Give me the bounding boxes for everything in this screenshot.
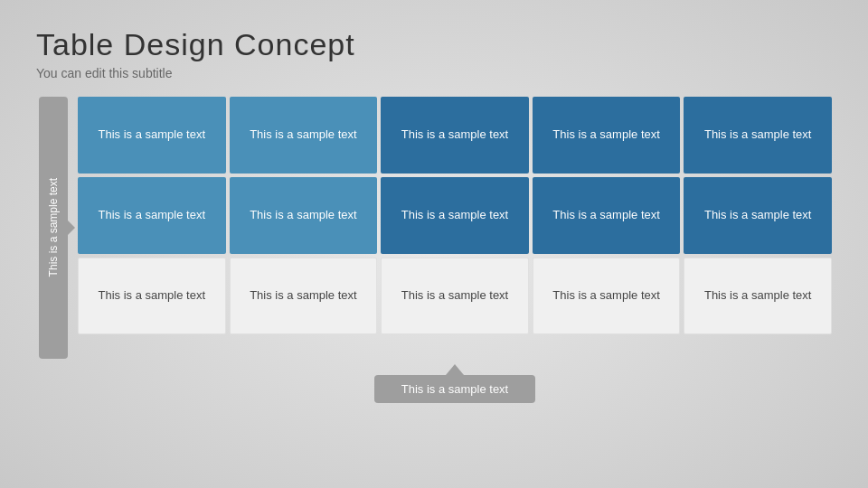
cell-r1-c1[interactable]: This is a sample text xyxy=(78,97,226,174)
cell-r3-c3[interactable]: This is a sample text xyxy=(381,258,529,334)
side-label-text: This is a sample text xyxy=(47,178,60,277)
cell-r3-c1[interactable]: This is a sample text xyxy=(78,258,226,334)
cell-r1-c2[interactable]: This is a sample text xyxy=(230,97,378,174)
cell-r3-c4[interactable]: This is a sample text xyxy=(533,258,681,334)
table-row-3: This is a sample text This is a sample t… xyxy=(78,258,832,334)
side-label-container: This is a sample text xyxy=(36,97,71,359)
cell-r1-c3[interactable]: This is a sample text xyxy=(381,97,529,174)
side-label-bg: This is a sample text xyxy=(39,97,68,359)
cell-r1-c5[interactable]: This is a sample text xyxy=(684,97,832,174)
table-wrapper: This is a sample text This is a sample t… xyxy=(78,97,832,359)
cell-r1-c4[interactable]: This is a sample text xyxy=(533,97,681,174)
cell-r3-c2[interactable]: This is a sample text xyxy=(230,258,378,334)
bottom-label-area: This is a sample text xyxy=(36,364,832,403)
bottom-label[interactable]: This is a sample text xyxy=(374,375,536,403)
table-row-1: This is a sample text This is a sample t… xyxy=(78,97,832,174)
cell-r2-c3[interactable]: This is a sample text xyxy=(381,177,529,254)
table-row-2: This is a sample text This is a sample t… xyxy=(78,177,832,254)
cell-r2-c5[interactable]: This is a sample text xyxy=(684,177,832,254)
cell-r3-c5[interactable]: This is a sample text xyxy=(684,258,832,334)
cell-r2-c2[interactable]: This is a sample text xyxy=(230,177,378,254)
slide: Table Design Concept You can edit this s… xyxy=(0,0,868,488)
content-area: This is a sample text This is a sample t… xyxy=(36,97,832,359)
cell-r2-c4[interactable]: This is a sample text xyxy=(533,177,681,254)
cell-r2-c1[interactable]: This is a sample text xyxy=(78,177,226,254)
bottom-triangle-icon xyxy=(446,364,464,375)
slide-subtitle: You can edit this subtitle xyxy=(36,66,832,80)
slide-title: Table Design Concept xyxy=(36,27,832,62)
bottom-label-container: This is a sample text xyxy=(374,364,536,403)
